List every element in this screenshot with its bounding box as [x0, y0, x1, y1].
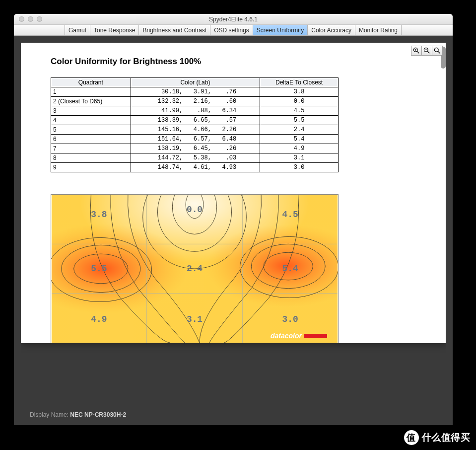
svg-text:4.5: 4.5 [282, 210, 298, 220]
tab-color-accuracy[interactable]: Color Accuracy [307, 25, 355, 35]
uniformity-heatmap: 3.8 0.0 4.5 5.5 2.4 5.4 4.9 3.1 3.0 data… [51, 194, 339, 343]
app-window: Spyder4Elite 4.6.1 GamutTone ResponseBri… [14, 14, 453, 425]
table-row: 3 41.90, .08, 6.344.5 [51, 106, 339, 116]
table-row: 1 30.18, 3.91, .763.8 [51, 87, 339, 97]
window-title: Spyder4Elite 4.6.1 [209, 16, 258, 23]
svg-point-7 [434, 48, 438, 52]
svg-line-5 [427, 51, 429, 53]
tab-tone-response[interactable]: Tone Response [90, 25, 139, 35]
tab-gamut[interactable]: Gamut [65, 25, 90, 35]
brand-label: datacolor [271, 332, 327, 340]
svg-text:3.1: 3.1 [187, 314, 203, 324]
svg-line-8 [438, 51, 440, 53]
svg-text:3.8: 3.8 [91, 210, 107, 220]
zoom-reset-button[interactable] [432, 46, 443, 56]
display-name-label: Display Name: [30, 411, 70, 418]
column-header: DeltaE To Closest [260, 78, 339, 87]
column-header: Quadrant [51, 78, 131, 87]
column-header: Color (Lab) [131, 78, 260, 87]
report-page: Color Uniformity for Brightness 100% Qua… [21, 43, 446, 343]
titlebar: Spyder4Elite 4.6.1 [14, 14, 453, 25]
svg-text:5.5: 5.5 [91, 264, 107, 274]
minimize-icon[interactable] [28, 16, 33, 22]
watermark: 值 什么值得买 [404, 430, 471, 445]
zoom-out-button[interactable] [421, 46, 432, 56]
svg-text:0.0: 0.0 [187, 205, 203, 215]
display-name-value: NEC NP-CR3030H-2 [70, 411, 126, 418]
svg-line-1 [417, 51, 419, 53]
close-icon[interactable] [19, 16, 24, 22]
svg-text:4.9: 4.9 [91, 314, 107, 324]
tab-monitor-rating[interactable]: Monitor Rating [355, 25, 402, 35]
table-row: 4 138.39, 6.65, .575.5 [51, 116, 339, 125]
table-row: 6 151.64, 6.57, 6.485.4 [51, 135, 339, 144]
table-row: 2 (Closest To D65) 132.32, 2.16, .600.0 [51, 97, 339, 106]
svg-text:2.4: 2.4 [187, 264, 203, 274]
tab-bar: GamutTone ResponseBrightness and Contras… [14, 25, 453, 36]
tab-screen-uniformity[interactable]: Screen Uniformity [253, 25, 308, 35]
report-title: Color Uniformity for Brightness 100% [51, 57, 416, 67]
watermark-icon: 值 [404, 430, 419, 445]
svg-text:3.0: 3.0 [282, 314, 298, 324]
zoom-in-button[interactable] [411, 46, 422, 56]
table-row: 7 138.19, 6.45, .264.9 [51, 144, 339, 153]
footer: Display Name: NEC NP-CR3030H-2 [21, 398, 446, 418]
tab-osd-settings[interactable]: OSD settings [210, 25, 253, 35]
traffic-lights [19, 16, 42, 22]
svg-text:5.4: 5.4 [282, 264, 298, 274]
table-row: 5 145.16, 4.66, 2.262.4 [51, 125, 339, 135]
zoom-icon[interactable] [37, 16, 42, 22]
table-row: 9 148.74, 4.61, 4.933.0 [51, 163, 339, 172]
uniformity-table: QuadrantColor (Lab)DeltaE To Closest 1 3… [51, 77, 339, 172]
table-row: 8 144.72, 5.38, .033.1 [51, 153, 339, 163]
content-area: Color Uniformity for Brightness 100% Qua… [14, 36, 453, 425]
tab-brightness-and-contrast[interactable]: Brightness and Contrast [138, 25, 210, 35]
